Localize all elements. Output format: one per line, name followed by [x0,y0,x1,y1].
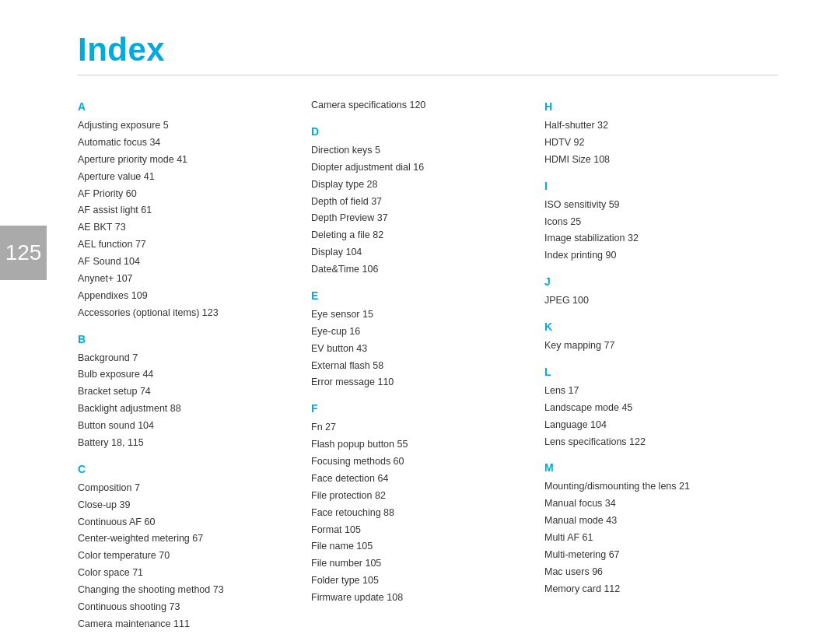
index-entry: Automatic focus 34 [78,135,296,152]
index-entry: Backlight adjustment 88 [78,401,296,418]
index-entry: Deleting a file 82 [311,227,529,244]
index-entry: Error message 110 [311,374,529,391]
index-entry: Color temperature 70 [78,548,296,565]
index-entry: AEL function 77 [78,236,296,254]
index-entry: Landscape mode 45 [544,400,762,417]
section-entries-2-2: JPEG 100 [544,292,762,310]
index-entry: Eye-cup 16 [311,324,529,341]
index-entry: AF Sound 104 [78,254,296,271]
section-entries-1-0: Camera specifications 120 [311,97,529,114]
section-entries-0-2: Composition 7Close-up 39Continuous AF 60… [78,480,296,633]
index-entry: Multi AF 61 [544,530,762,547]
section-entries-1-2: Eye sensor 15Eye-cup 16EV button 43Exter… [311,306,529,391]
section-letter-M: M [544,461,762,474]
index-entry: Memory card 112 [544,581,762,598]
index-entry: Date&Time 106 [311,261,529,278]
index-entry: Manual mode 43 [544,513,762,530]
index-entry: Manual focus 34 [544,496,762,513]
page-content: Index AAdjusting exposure 5Automatic foc… [0,0,840,634]
index-entry: Display 104 [311,244,529,261]
index-entry: Index printing 90 [544,247,762,264]
section-letter-D: D [311,125,529,138]
index-entry: Button sound 104 [78,418,296,435]
index-entry: Changing the shooting method 73 [78,582,296,599]
section-entries-2-3: Key mapping 77 [544,338,762,355]
index-entry: Center-weighted metering 67 [78,531,296,548]
page-number-tab: 125 [0,226,47,280]
index-entry: Direction keys 5 [311,142,529,159]
section-entries-0-1: Background 7Bulb exposure 44Bracket setu… [78,350,296,452]
section-entries-2-5: Mounting/dismounting the lens 21Manual f… [544,478,762,597]
index-entry: Depth Preview 37 [311,210,529,227]
index-entry: File name 105 [311,538,529,555]
index-entry: Face retouching 88 [311,505,529,522]
index-entry: Lens specifications 122 [544,434,762,451]
column-1: Camera specifications 120DDirection keys… [311,97,544,634]
index-entry: Lens 17 [544,383,762,400]
index-entry: Focusing methods 60 [311,454,529,471]
section-entries-2-1: ISO sensitivity 59Icons 25Image stabiliz… [544,197,762,265]
index-entry: Accessories (optional items) 123 [78,305,296,322]
index-entry: File protection 82 [311,488,529,505]
section-letter-L: L [544,366,762,378]
index-entry: Diopter adjustment dial 16 [311,159,529,177]
index-entry: Continuous AF 60 [78,514,296,531]
index-entry: Aperture priority mode 41 [78,152,296,169]
index-entry: Face detection 64 [311,471,529,488]
index-entry: Continuous shooting 73 [78,599,296,616]
index-entry: Mounting/dismounting the lens 21 [544,478,762,496]
index-entry: HDMI Size 108 [544,152,762,169]
index-columns: AAdjusting exposure 5Automatic focus 34A… [78,97,778,634]
page-title: Index [78,31,778,68]
section-entries-0-0: Adjusting exposure 5Automatic focus 34Ap… [78,117,296,322]
section-letter-E: E [311,289,529,302]
index-entry: Camera specifications 120 [311,97,529,114]
index-entry: Image stabilization 32 [544,230,762,247]
section-letter-A: A [78,100,296,113]
index-entry: Key mapping 77 [544,338,762,355]
section-letter-I: I [544,180,762,192]
section-letter-F: F [311,402,529,415]
index-entry: Firmware update 108 [311,590,529,607]
section-letter-K: K [544,321,762,333]
index-entry: Half-shutter 32 [544,117,762,135]
index-entry: Fn 27 [311,419,529,436]
index-entry: Icons 25 [544,214,762,231]
index-entry: File number 105 [311,555,529,573]
index-entry: Folder type 105 [311,573,529,590]
section-entries-2-0: Half-shutter 32HDTV 92HDMI Size 108 [544,117,762,169]
column-2: HHalf-shutter 32HDTV 92HDMI Size 108IISO… [544,97,778,634]
index-entry: Battery 18, 115 [78,435,296,452]
index-entry: Multi-metering 67 [544,547,762,564]
index-entry: HDTV 92 [544,135,762,152]
index-entry: Display type 28 [311,177,529,194]
index-entry: Bulb exposure 44 [78,366,296,384]
section-letter-J: J [544,275,762,288]
index-entry: Bracket setup 74 [78,384,296,401]
index-entry: AE BKT 73 [78,219,296,236]
section-letter-H: H [544,100,762,113]
index-entry: Color space 71 [78,565,296,582]
index-entry: Background 7 [78,350,296,367]
index-entry: Adjusting exposure 5 [78,117,296,135]
index-entry: Depth of field 37 [311,194,529,211]
index-entry: Flash popup button 55 [311,436,529,454]
index-entry: Language 104 [544,417,762,434]
page-number: 125 [5,240,42,265]
section-letter-C: C [78,463,296,475]
index-entry: Close-up 39 [78,497,296,514]
section-entries-1-3: Fn 27Flash popup button 55Focusing metho… [311,419,529,607]
index-entry: Composition 7 [78,480,296,497]
index-entry: JPEG 100 [544,292,762,310]
index-entry: Mac users 96 [544,564,762,581]
index-entry: Anynet+ 107 [78,271,296,288]
index-entry: Aperture value 41 [78,169,296,186]
index-entry: AF assist light 61 [78,202,296,219]
column-0: AAdjusting exposure 5Automatic focus 34A… [78,97,311,634]
index-entry: Eye sensor 15 [311,306,529,324]
index-entry: Format 105 [311,522,529,539]
index-entry: ISO sensitivity 59 [544,197,762,214]
title-divider [78,75,778,75]
index-entry: AF Priority 60 [78,186,296,203]
section-entries-1-1: Direction keys 5Diopter adjustment dial … [311,142,529,278]
